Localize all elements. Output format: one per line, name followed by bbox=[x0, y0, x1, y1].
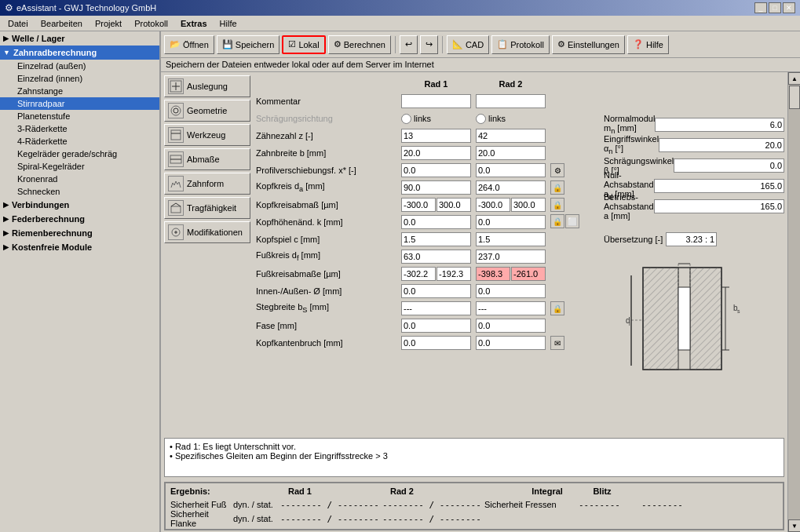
betriebs-achsabstand-input[interactable] bbox=[654, 199, 784, 213]
fase-rad2-input[interactable] bbox=[476, 319, 546, 333]
help-button[interactable]: ❓ Hilfe bbox=[627, 35, 669, 54]
menu-projekt[interactable]: Projekt bbox=[90, 18, 126, 29]
tragfahigkeit-btn[interactable]: Tragfähigkeit bbox=[164, 197, 250, 219]
sidebar-item-zahnstange[interactable]: Zahnstange bbox=[0, 85, 159, 97]
sidebar-item-schnecken[interactable]: Schnecken bbox=[0, 185, 159, 198]
profilverschiebung-rad2-input[interactable] bbox=[476, 163, 546, 177]
redo-button[interactable]: ↪ bbox=[420, 35, 438, 54]
stegbreite-lock-icon[interactable]: 🔒 bbox=[550, 301, 564, 315]
maximize-button[interactable]: □ bbox=[769, 2, 781, 13]
stegbreite-rad1-input[interactable] bbox=[401, 301, 471, 315]
save-button[interactable]: 💾 Speichern bbox=[217, 35, 280, 54]
normalmodul-input[interactable] bbox=[655, 118, 784, 132]
table-row: Fase [mm] bbox=[254, 317, 601, 334]
kopfhohenaend-gear-icon[interactable]: ⬜ bbox=[565, 214, 579, 228]
settings-button[interactable]: ⚙ Einstellungen bbox=[552, 35, 625, 54]
zahnezahl-rad2-input[interactable] bbox=[476, 129, 546, 143]
sidebar-group-federberechnung[interactable]: ▶ Federberechnung bbox=[0, 212, 159, 226]
menu-hilfe[interactable]: Hilfe bbox=[215, 18, 242, 29]
close-button[interactable]: ✕ bbox=[783, 2, 795, 13]
eingriffswinkel-input[interactable] bbox=[659, 138, 784, 152]
calculate-button[interactable]: ⚙ Berechnen bbox=[328, 35, 391, 54]
scroll-thumb[interactable] bbox=[789, 86, 800, 109]
sidebar-group-verbindungen[interactable]: ▶ Verbindungen bbox=[0, 198, 159, 212]
kopfhohenaend-lock-icon[interactable]: 🔒 bbox=[550, 214, 564, 228]
sidebar-item-spiral-kegelrader[interactable]: Spiral-Kegelräder bbox=[0, 160, 159, 173]
abmasse-btn[interactable]: Abmaße bbox=[164, 148, 250, 170]
sidebar-item-kronenrad[interactable]: Kronenrad bbox=[0, 173, 159, 185]
fase-rad1-input[interactable] bbox=[401, 319, 471, 333]
schragungswinkel-input[interactable] bbox=[674, 159, 784, 173]
zahnform-btn[interactable]: Zahnform bbox=[164, 173, 250, 195]
sidebar-group-welle[interactable]: ▶ Welle / Lager bbox=[0, 31, 159, 46]
sidebar-item-planetenstufe[interactable]: Planetenstufe bbox=[0, 110, 159, 122]
menu-extras[interactable]: Extras bbox=[176, 18, 212, 29]
zahnbreite-rad1-input[interactable] bbox=[401, 146, 471, 160]
schragung-rad1-radio[interactable] bbox=[401, 114, 411, 124]
kopfkreis-rad2-input[interactable] bbox=[476, 180, 546, 195]
kopfkreisabmas-rad1b-input[interactable] bbox=[437, 198, 471, 212]
sidebar-group-feder-label: Federberechnung bbox=[12, 214, 85, 224]
auslegung-btn[interactable]: Auslegung bbox=[164, 75, 250, 97]
zahnezahl-rad1-input[interactable] bbox=[401, 129, 471, 143]
sidebar-item-stirnradpaar[interactable]: Stirnradpaar bbox=[0, 97, 159, 110]
kopfkantenbruch-rad1-input[interactable] bbox=[401, 336, 471, 350]
kopfspiel-rad1-input[interactable] bbox=[401, 232, 471, 246]
fusskreisabmasse-rad2a-input[interactable] bbox=[476, 267, 510, 281]
werkzeug-btn[interactable]: Werkzeug bbox=[164, 124, 250, 146]
protocol-button[interactable]: 📋 Protokoll bbox=[491, 35, 550, 54]
sidebar-item-kegelrader[interactable]: Kegelräder gerade/schräg bbox=[0, 148, 159, 160]
ubersetzung-input[interactable] bbox=[666, 232, 717, 246]
normalmodul-row: Normalmodul mn [mm] bbox=[604, 116, 784, 133]
kopfkreis-rad1-input[interactable] bbox=[401, 180, 471, 195]
main-container: ▶ Welle / Lager ▼ Zahnradberechnung Einz… bbox=[0, 31, 800, 532]
kopfkantenbruch-mail-icon[interactable]: ✉ bbox=[550, 336, 564, 350]
null-achsabstand-input[interactable] bbox=[654, 179, 784, 193]
sidebar-group-kostenfreie[interactable]: ▶ Kostenfreie Module bbox=[0, 240, 159, 254]
sidebar-item-einzelrad-aussen[interactable]: Einzelrad (außen) bbox=[0, 60, 159, 72]
kopfkreisabmas-rad2b-input[interactable] bbox=[511, 198, 546, 212]
kopfkreis-lock-icon[interactable]: 🔒 bbox=[550, 180, 564, 195]
scroll-up-btn[interactable]: ▲ bbox=[788, 72, 800, 85]
undo-button[interactable]: ↩ bbox=[400, 35, 418, 54]
kopfhohenaend-rad1-input[interactable] bbox=[401, 215, 471, 229]
fase-label: Fase [mm] bbox=[254, 317, 399, 334]
sidebar-item-einzelrad-innen[interactable]: Einzelrad (innen) bbox=[0, 72, 159, 85]
fusskreisabmasse-rad1b-input[interactable] bbox=[437, 267, 471, 281]
sidebar-group-zahnrad[interactable]: ▼ Zahnradberechnung bbox=[0, 46, 159, 60]
minimize-button[interactable]: _ bbox=[754, 2, 767, 13]
schragung-rad2-radio[interactable] bbox=[476, 114, 486, 124]
zahnbreite-rad2-input[interactable] bbox=[476, 146, 546, 160]
scroll-track[interactable] bbox=[788, 85, 800, 519]
fusskreis-rad1-input[interactable] bbox=[401, 250, 471, 264]
kommentar-rad1-input[interactable] bbox=[401, 94, 471, 108]
fusskreisabmasse-rad2b-input[interactable] bbox=[511, 267, 546, 281]
fusskreis-rad2-input[interactable] bbox=[476, 250, 546, 264]
stegbreite-rad2-input[interactable] bbox=[476, 301, 546, 315]
sidebar-item-4-raderkette[interactable]: 4-Räderkette bbox=[0, 135, 159, 148]
geometrie-btn[interactable]: Geometrie bbox=[164, 100, 250, 122]
menu-bearbeiten[interactable]: Bearbeiten bbox=[36, 18, 87, 29]
kopfkreisabmas-rad2a-input[interactable] bbox=[476, 198, 510, 212]
menu-protokoll[interactable]: Protokoll bbox=[130, 18, 173, 29]
kopfkreisabmas-rad1a-input[interactable] bbox=[401, 198, 436, 212]
sidebar-group-riemen[interactable]: ▶ Riemenberechnung bbox=[0, 226, 159, 240]
kopfkreisabmas-lock-icon[interactable]: 🔒 bbox=[550, 198, 564, 212]
cad-button[interactable]: 📐 CAD bbox=[447, 35, 489, 54]
lokal-button[interactable]: ☑ Lokal bbox=[282, 35, 325, 54]
scroll-down-btn[interactable]: ▼ bbox=[788, 519, 800, 532]
innen-aussen-rad2-input[interactable] bbox=[476, 284, 546, 298]
menu-datei[interactable]: Datei bbox=[3, 18, 33, 29]
innen-aussen-rad1-input[interactable] bbox=[401, 284, 471, 298]
open-button[interactable]: 📂 Öffnen bbox=[164, 35, 214, 54]
kopfhohenaend-rad2-input[interactable] bbox=[476, 215, 546, 229]
kopfspiel-rad2-input[interactable] bbox=[476, 232, 546, 246]
kommentar-rad2-input[interactable] bbox=[476, 94, 546, 108]
fusskreisabmasse-rad1a-input[interactable] bbox=[401, 267, 436, 281]
sidebar-item-3-raderkette[interactable]: 3-Räderkette bbox=[0, 122, 159, 135]
profilverschiebung-icon[interactable]: ⚙ bbox=[550, 163, 564, 177]
kopfkantenbruch-rad2-input[interactable] bbox=[476, 336, 546, 350]
profilverschiebung-rad1-input[interactable] bbox=[401, 163, 471, 177]
tragfahigkeit-label: Tragfähigkeit bbox=[187, 203, 236, 213]
modifikationen-btn[interactable]: Modifikationen bbox=[164, 221, 250, 243]
